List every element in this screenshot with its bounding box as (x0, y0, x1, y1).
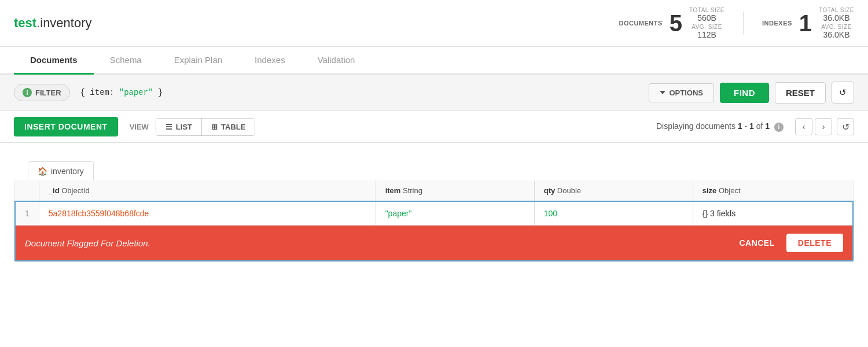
brand-logo: test.inventory (14, 16, 92, 31)
refresh-button[interactable]: ↺ (832, 82, 854, 104)
list-icon: ☰ (165, 123, 172, 131)
find-button[interactable]: FIND (720, 83, 769, 103)
filter-toolbar: i FILTER { item: "paper" } OPTIONS FIND … (0, 75, 868, 111)
documents-label: DOCUMENTS (619, 20, 662, 27)
list-view-button[interactable]: ☰ LIST (156, 119, 202, 135)
row-item-value: "paper" (376, 201, 534, 226)
insert-document-button[interactable]: INSERT DOCUMENT (14, 117, 118, 136)
action-bar: INSERT DOCUMENT VIEW ☰ LIST ⊞ TABLE Disp… (0, 111, 868, 143)
table-row[interactable]: 1 5a2818fcb3559f048b68fcde "paper" 100 {… (15, 201, 853, 226)
tab-documents[interactable]: Documents (14, 47, 94, 75)
list-label: LIST (176, 123, 192, 131)
qty-number: 100 (544, 209, 557, 218)
tab-indexes[interactable]: Indexes (238, 47, 301, 75)
filter-info-icon: i (23, 88, 32, 97)
house-icon: 🏠 (38, 167, 47, 176)
confirm-delete-button[interactable]: DELETE (786, 234, 843, 252)
filter-label: FILTER (35, 88, 61, 97)
idx-sub-stats: TOTAL SIZE 36.0KB AVG. SIZE 36.0KB (819, 7, 854, 39)
doc-total-size: TOTAL SIZE 560B (689, 7, 724, 23)
tab-explain-plan[interactable]: Explain Plan (158, 47, 238, 75)
collection-name: inventory (51, 167, 84, 176)
table-view-button[interactable]: ⊞ TABLE (202, 119, 255, 135)
deletion-banner-row: Document Flagged For Deletion. CANCEL DE… (15, 226, 853, 261)
range-end: 1 (749, 121, 754, 131)
row-number: 1 (15, 201, 39, 226)
item-string: "paper" (385, 209, 412, 218)
reset-button[interactable]: RESET (775, 82, 826, 104)
doc-avg-size: AVG. SIZE 112B (689, 24, 724, 39)
size-object: {} 3 fields (703, 209, 736, 218)
objectid-link[interactable]: 5a2818fcb3559f048b68fcde (49, 209, 149, 218)
stat-divider (743, 12, 744, 35)
options-button[interactable]: OPTIONS (649, 83, 714, 102)
page-nav: ‹ › (795, 118, 832, 135)
filter-open-brace: { (80, 88, 90, 97)
idx-avg-size: AVG. SIZE 36.0KB (819, 24, 854, 39)
options-triangle-icon (660, 91, 665, 94)
filter-value: "paper" (119, 88, 153, 97)
view-label: VIEW (130, 123, 149, 131)
indexes-count: 1 (799, 12, 812, 35)
total-count: 1 (765, 121, 770, 131)
brand-test: test (14, 16, 36, 30)
collection-tab[interactable]: 🏠 inventory (28, 161, 94, 180)
top-header: test.inventory DOCUMENTS 5 TOTAL SIZE 56… (0, 0, 868, 47)
tabs-bar: Documents Schema Explain Plan Indexes Va… (0, 47, 868, 75)
options-label: OPTIONS (669, 88, 703, 97)
filter-button[interactable]: i FILTER (14, 84, 70, 101)
table-header-row: _id ObjectId item String qty Double size… (15, 180, 853, 201)
row-size-value: {} 3 fields (693, 201, 853, 226)
col-qty: qty Double (534, 180, 693, 201)
refresh-page-button[interactable]: ↺ (837, 118, 854, 135)
pagination-info-icon: i (774, 123, 784, 132)
of-text: of (756, 121, 763, 131)
stats-group: DOCUMENTS 5 TOTAL SIZE 560B AVG. SIZE 11… (619, 7, 854, 39)
table-icon: ⊞ (211, 123, 218, 131)
idx-total-size: TOTAL SIZE 36.0KB (819, 7, 854, 23)
documents-stat: DOCUMENTS 5 TOTAL SIZE 560B AVG. SIZE 11… (619, 7, 724, 39)
data-table: _id ObjectId item String qty Double size… (14, 180, 854, 261)
next-page-button[interactable]: › (815, 118, 832, 135)
indexes-label: INDEXES (762, 20, 792, 27)
prev-page-button[interactable]: ‹ (795, 118, 812, 135)
deletion-message: Document Flagged For Deletion. (25, 238, 727, 248)
col-item: item String (376, 180, 534, 201)
col-size: size Object (693, 180, 853, 201)
pagination-info: Displaying documents 1 - 1 of 1 i (656, 121, 784, 132)
filter-key: item (90, 88, 109, 97)
col-row-num (15, 180, 39, 201)
indexes-stat: INDEXES 1 TOTAL SIZE 36.0KB AVG. SIZE 36… (762, 7, 854, 39)
col-id: _id ObjectId (39, 180, 376, 201)
range-start: 1 (738, 121, 742, 131)
row-qty-value: 100 (534, 201, 693, 226)
collection-tab-container: 🏠 inventory (0, 152, 868, 180)
data-table-wrapper: _id ObjectId item String qty Double size… (14, 180, 854, 262)
tab-schema[interactable]: Schema (94, 47, 158, 75)
view-toggle: ☰ LIST ⊞ TABLE (156, 118, 256, 136)
table-label: TABLE (221, 123, 245, 131)
displaying-text: Displaying documents (656, 121, 735, 131)
doc-sub-stats: TOTAL SIZE 560B AVG. SIZE 112B (689, 7, 724, 39)
cancel-deletion-button[interactable]: CANCEL (727, 238, 786, 248)
documents-count: 5 (670, 12, 682, 35)
filter-query[interactable]: { item: "paper" } (76, 86, 643, 99)
row-id-value[interactable]: 5a2818fcb3559f048b68fcde (39, 201, 376, 226)
deletion-banner: Document Flagged For Deletion. CANCEL DE… (16, 226, 852, 260)
tab-validation[interactable]: Validation (301, 47, 372, 75)
